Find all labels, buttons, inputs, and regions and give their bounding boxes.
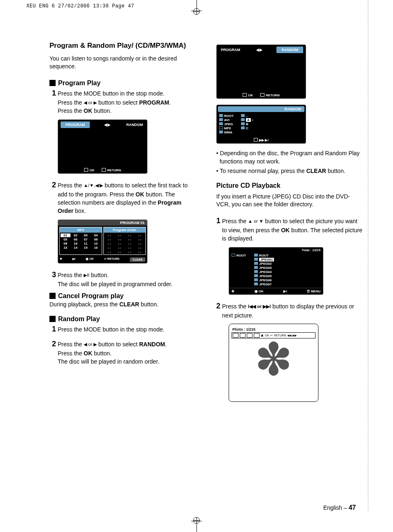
page-footer: English – 47 [323,504,356,511]
nav-icon: ✥ [60,257,62,262]
folder-icon [219,122,223,125]
left-right-arrow-icon: ◀ ▶ [256,48,262,52]
tab-random: RANDOM [276,47,303,53]
tab-random: RANDOM [124,121,145,128]
track-grid: 01020304 05060708 09101112 13141516 [60,233,102,250]
folder-icon [254,254,258,257]
prev-next-icon: I◀◀ or ▶▶I [248,304,271,309]
file-icon [254,266,258,269]
nav-icon: ✥ [232,289,234,293]
folder-list: ROOT AVI JPEG MP3 WMA [219,114,234,134]
picture-cd-intro: If you insert a Picture (JPEG) CD Disc i… [216,193,363,209]
file-icon [254,274,258,277]
file-icon [254,262,258,265]
osd-program-random-2: PROGRAM ◀ ▶ RANDOM OK RETURN [216,44,306,99]
jpeg-list: ROOT JPEG01 JPEG02 JPEG03 JPEG04 JPEG05 … [254,254,274,286]
folder-icon [219,131,223,133]
section-random-play: Random Play [49,315,196,323]
random-step-2: 2Press the ◀ or ▶ button to select RANDO… [58,338,196,366]
registration-mark [193,8,200,15]
order-grid: - -- -- -- - - -- -- -- - - -- -- -- - -… [104,233,146,254]
tab-program: PROGRAM [61,121,90,128]
file-icon [241,122,245,125]
osd-return-label: ↩ RETURN [104,257,119,262]
folder-up-icon [232,254,235,257]
left-right-arrow-icon: ◀ ▶ [104,123,110,127]
clear-button: CLEAR [130,257,145,262]
file-list: .. A ♪ B C [241,114,253,134]
play-icon: ▶I [73,257,75,262]
left-right-arrow-icon: ◀ or ▶ [84,100,97,105]
total-count: Total : 1/215 [229,247,323,253]
pane-header-order: Program Order [104,227,146,233]
page-title: Program & Random Play/ (CD/MP3/WMA) [49,41,196,50]
section-picture-cd: Picture CD Playback [216,182,363,189]
file-icon [254,258,258,261]
random-step-1: 1Press the MODE button in the stop mode. [58,324,196,334]
folder-up-icon [219,126,223,129]
intro-text: You can listen to songs randomly or in t… [49,55,196,70]
osd-title: PROGRAM 01 [58,220,147,226]
photo-counter: Photo : 1/215 [232,327,316,332]
cancel-text: During playback, press the CLEAR button. [49,301,196,309]
registration-mark [193,517,200,524]
square-icon [49,293,56,299]
osd-jpeg-browser: Total : 1/215 ROOT ROOT JPEG01 JPEG02 JP… [229,247,323,295]
pane-header-mp3: MP3 [60,227,102,233]
file-icon [241,118,245,121]
square-icon [49,316,56,322]
osd-ok-label: ▣ OK [86,257,94,262]
play-icon: ▶I [283,289,287,293]
osd-ok-label: ▣ OK [255,289,264,293]
osd-file-browser: RANDOM ROOT AVI JPEG MP3 WMA .. A ♪ B C … [216,105,306,144]
square-icon [49,80,56,86]
file-icon [254,278,258,281]
folder-icon [219,114,223,117]
photo-image: ✽ [232,337,316,382]
step-2: 2Press the ▲/▼,◀/▶ buttons to select the… [58,180,196,215]
osd-return-label: RETURN [260,93,279,97]
tab-program: PROGRAM [219,47,242,53]
play-pause-icon: ▶II [84,273,89,278]
file-icon [254,270,258,273]
file-icon [254,282,258,285]
osd-program-random: PROGRAM ◀ ▶ RANDOM OK RETURN [58,119,147,174]
note-2: To resume normal play, press the CLEAR b… [220,167,363,175]
picture-step-2: 2Press the I◀◀ or ▶▶I button to display … [222,301,363,320]
trim-line [368,0,368,511]
osd-ok-label: OK [84,168,94,172]
osd-return-label: RETURN [102,168,121,172]
photo-preview: Photo : 1/215 ▣OK ↩RETURN ◀◀▶▶ ✽ [229,324,318,402]
step-1: 1Press the MODE button in the stop mode.… [58,88,196,115]
up-down-arrow-icon: ▲ or ▼ [248,219,264,224]
folder-icon [241,114,245,117]
section-program-play: Program Play [49,79,196,87]
note-1: Depending on the disc, the Program and R… [220,149,363,166]
osd-menu-label: ☰ MENU [307,289,320,293]
ff-icon: ▶▶ ▶I [254,138,268,142]
osd-ok-label: OK [243,93,253,97]
section-cancel-program: Cancel Program play [49,292,196,300]
osd-random-header: RANDOM [218,106,304,112]
dpad-arrows-icon: ▲/▼,◀/▶ [84,183,103,188]
osd-program-order: PROGRAM 01 MP3 01020304 05060708 0910111… [58,219,147,264]
left-right-arrow-icon: ◀ or ▶ [84,342,97,347]
folder-icon [219,118,223,121]
print-header: XEU ENG 6 27/02/2006 13:38 Page 47 [26,3,134,9]
step-3: 3Press the ▶II button. The disc will be … [58,269,196,288]
picture-step-1: 1Press the ▲ or ▼ button to select the p… [222,215,363,243]
file-icon [241,126,245,129]
